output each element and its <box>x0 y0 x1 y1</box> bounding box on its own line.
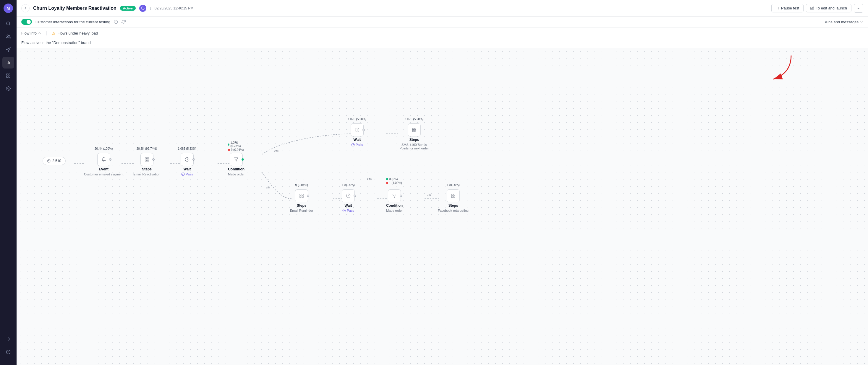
svg-rect-47 <box>302 196 303 198</box>
flow-type-icon <box>139 5 146 12</box>
node-dot-right <box>109 158 112 161</box>
svg-marker-51 <box>392 194 396 198</box>
steps4-node[interactable]: 1 (0.00%) Steps Facebook retargeting <box>438 189 469 212</box>
condition2-node[interactable]: 0 (0%) 1 (1.00%) Condition Made order <box>386 189 403 212</box>
pass-label: Pass <box>351 143 363 146</box>
wait2-node[interactable]: 1,076 (5.28%) Wait Pass <box>351 124 364 146</box>
steps-icon <box>451 193 456 198</box>
svg-point-1 <box>7 35 8 36</box>
node-dot-right <box>353 195 356 197</box>
infobar-label: Customer interactions for the current te… <box>35 20 110 24</box>
start-node: 2,510 <box>42 157 66 165</box>
wait1-node[interactable]: 1,085 (5.33%) Wait Pass <box>181 153 194 176</box>
sidebar-item-integrations[interactable] <box>2 70 14 81</box>
back-button[interactable] <box>21 4 30 12</box>
toggle-switch[interactable] <box>21 19 32 25</box>
svg-rect-32 <box>145 158 147 159</box>
svg-rect-55 <box>452 196 453 198</box>
svg-point-40 <box>351 143 354 146</box>
svg-rect-48 <box>300 196 301 198</box>
pass-label: Pass <box>181 172 193 176</box>
svg-rect-8 <box>6 76 8 77</box>
svg-text:yes: yes <box>274 148 279 152</box>
active-badge: Active <box>120 6 136 11</box>
node-dot-right <box>363 129 365 131</box>
sidebar-item-contacts[interactable] <box>2 31 14 42</box>
steps-icon <box>145 157 149 162</box>
flow-title: Churn Loyalty Members Reactivation <box>33 6 117 11</box>
sidebar-item-settings[interactable] <box>2 83 14 95</box>
svg-rect-13 <box>777 7 777 9</box>
svg-rect-45 <box>300 194 301 196</box>
svg-point-0 <box>6 22 10 25</box>
sidebar-item-search[interactable] <box>2 18 14 30</box>
steps-icon <box>412 128 416 132</box>
svg-rect-34 <box>147 160 149 161</box>
condition1-node[interactable]: 1,076 (5.28%) 9 (0.04%) Condition Made o… <box>228 153 245 176</box>
steps3-node[interactable]: 9 (0.04%) Steps Email Reminder <box>290 189 313 212</box>
svg-rect-33 <box>147 158 149 159</box>
svg-rect-44 <box>412 130 414 132</box>
sidebar-item-analytics[interactable] <box>2 57 14 68</box>
edit-launch-button[interactable]: To edit and launch <box>806 4 851 12</box>
svg-rect-42 <box>414 128 416 130</box>
sidebar-item-expand[interactable] <box>2 333 14 345</box>
svg-rect-35 <box>145 160 147 161</box>
info-icon <box>114 20 118 24</box>
heavy-load-warning: ⚠ Flows under heavy load <box>52 31 98 35</box>
svg-rect-43 <box>414 130 416 132</box>
steps1-node[interactable]: 20.3K (99.74%) Steps Email Reactivation <box>133 153 160 176</box>
node-dot-right <box>152 158 155 161</box>
bell-icon <box>101 157 106 162</box>
node-dot-right-green <box>242 158 244 161</box>
svg-rect-54 <box>454 196 455 198</box>
avatar: M <box>4 4 13 13</box>
svg-point-31 <box>47 160 50 162</box>
flow-canvas: yes no yes no 2,510 <box>17 48 868 365</box>
brand-info: Flow active in the "Demonstration" brand <box>21 40 863 45</box>
clock-icon <box>185 157 189 162</box>
clock-icon <box>355 128 360 132</box>
svg-point-37 <box>182 173 184 176</box>
sidebar: M <box>0 0 17 365</box>
svg-rect-52 <box>452 194 453 196</box>
pass-label: Pass <box>342 209 354 212</box>
svg-rect-7 <box>8 76 10 77</box>
sidebar-item-campaigns[interactable] <box>2 44 14 56</box>
node-dot-right <box>307 195 309 197</box>
more-options-button[interactable]: ⋯ <box>854 4 863 13</box>
svg-text:yes: yes <box>367 176 372 180</box>
svg-rect-53 <box>454 194 455 196</box>
annotation-arrow <box>750 49 809 85</box>
event-node[interactable]: 20.4K (100%) Event Customer entered segm… <box>84 153 123 176</box>
filter-icon <box>234 157 239 162</box>
node-dot-right <box>192 158 195 161</box>
svg-point-50 <box>343 209 346 212</box>
svg-rect-6 <box>8 74 10 75</box>
steps2-node[interactable]: 1,076 (5.28%) Steps SMS +100 Bonus Point… <box>399 124 429 150</box>
svg-rect-5 <box>6 74 8 75</box>
svg-rect-41 <box>412 128 414 130</box>
pause-test-button[interactable]: Pause test <box>771 4 804 12</box>
infobar: Customer interactions for the current te… <box>17 16 868 28</box>
wait3-node[interactable]: 1 (0.00%) Wait Pass <box>342 189 355 212</box>
divider: | <box>46 30 47 36</box>
runs-messages-dropdown[interactable]: Runs and messages <box>824 20 863 24</box>
svg-rect-14 <box>778 7 778 9</box>
svg-marker-38 <box>234 158 238 161</box>
svg-text:no: no <box>428 193 431 196</box>
clock-icon <box>346 193 351 198</box>
sidebar-item-help[interactable] <box>2 346 14 358</box>
svg-point-9 <box>8 88 9 89</box>
node-dot-right <box>400 195 402 197</box>
timestamp: 02/28/2025 12:40:15 PM <box>150 6 193 10</box>
svg-text:no: no <box>267 186 270 189</box>
steps-icon <box>299 193 304 198</box>
filter-icon <box>392 193 397 198</box>
refresh-icon[interactable] <box>122 20 126 24</box>
flow-info-toggle[interactable]: Flow info <box>21 31 41 35</box>
svg-rect-46 <box>302 194 303 196</box>
flow-infobar: Flow info | ⚠ Flows under heavy load Flo… <box>17 28 868 48</box>
topbar: Churn Loyalty Members Reactivation Activ… <box>17 0 868 16</box>
